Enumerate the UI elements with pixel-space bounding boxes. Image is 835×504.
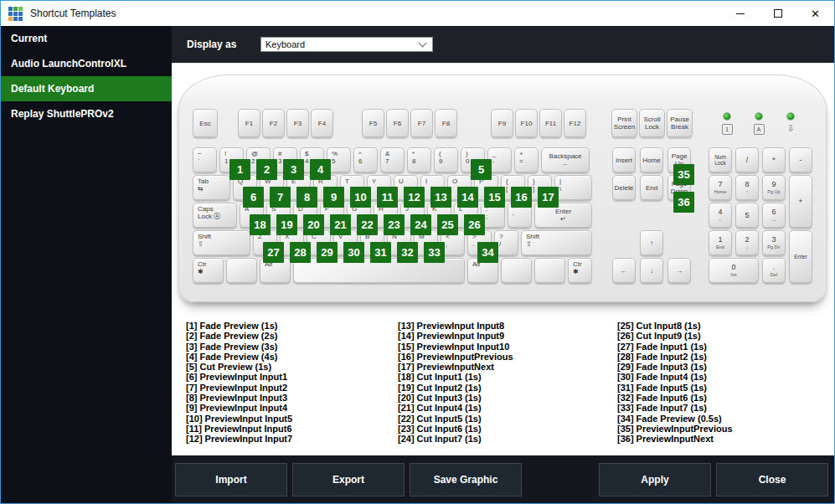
close-button[interactable]: ✕ xyxy=(796,1,834,26)
key-6[interactable]: ^6 xyxy=(353,147,378,172)
shortcut-badge-12: 12 xyxy=(404,187,425,208)
key-8[interactable]: 8↑ xyxy=(735,175,759,200)
key-label: F11 xyxy=(545,120,556,127)
key-f2[interactable]: F2 xyxy=(262,109,285,137)
key-caps-lock[interactable]: CapsLock Ⓐ xyxy=(193,203,237,228)
key-blank[interactable]: / xyxy=(735,147,759,172)
key-label: * xyxy=(772,157,776,164)
shortcut-badge-15: 15 xyxy=(484,187,505,208)
function-key-row: EscF1F2F3F4F5F6F7F8F9F10F11F12PrintScree… xyxy=(193,109,693,137)
maximize-icon xyxy=(774,9,782,18)
key-arrow-up[interactable]: ↑ xyxy=(640,230,663,255)
key-blank[interactable]: + xyxy=(789,175,812,228)
led-symbol-icon: ⇩ xyxy=(786,124,794,133)
key-print-screen[interactable]: PrintScreen xyxy=(611,109,637,137)
sidebar-item-replay-shuttleprov2[interactable]: Replay ShuttlePROv2 xyxy=(1,101,172,126)
key-home[interactable]: Home xyxy=(640,147,663,172)
key-label: F9 xyxy=(498,120,506,127)
display-as-select[interactable]: Keyboard xyxy=(260,37,433,52)
export-button[interactable]: Export xyxy=(292,463,405,496)
key-arrow-left[interactable]: ← xyxy=(612,258,636,283)
key-label: F5 xyxy=(369,120,377,127)
sidebar-item-default-keyboard[interactable]: Default Keyboard xyxy=(1,76,172,101)
key-1[interactable]: !11 xyxy=(219,147,244,172)
import-button[interactable]: Import xyxy=(175,463,287,496)
key-scroll-lock[interactable]: ScrollLock xyxy=(639,109,665,137)
key-7[interactable]: 7Home xyxy=(709,175,732,200)
key-shift[interactable]: Shift⇧ xyxy=(193,230,250,255)
key-label: F7 xyxy=(418,120,425,127)
key-insert[interactable]: Insert xyxy=(612,147,636,172)
key-blank[interactable] xyxy=(226,258,257,283)
key-num-lock[interactable]: NumLock xyxy=(709,147,732,172)
key-shift[interactable]: Shift⇧ xyxy=(521,230,592,255)
key-f7[interactable]: F7 xyxy=(410,109,433,137)
apply-button[interactable]: Apply xyxy=(599,463,711,496)
legend-entry: [8] PreviewInput Input3 xyxy=(186,393,292,403)
key-enter[interactable]: Enter xyxy=(789,230,812,283)
titlebar: Shortcut Templates ✕ xyxy=(1,1,834,26)
shortcut-badge-11: 11 xyxy=(377,187,398,208)
legend-entry: [11] PreviewInput Input6 xyxy=(186,424,292,434)
key-blank[interactable] xyxy=(501,258,532,283)
key-f11[interactable]: F11 xyxy=(539,109,562,137)
key-end[interactable]: End xyxy=(640,175,663,200)
key-8[interactable]: *8 xyxy=(407,147,431,172)
key-f12[interactable]: F12 xyxy=(564,109,586,137)
key-f5[interactable]: F5 xyxy=(362,109,384,137)
key-blank[interactable] xyxy=(534,258,565,283)
key-f10[interactable]: F10 xyxy=(515,109,538,137)
sidebar-item-audio-launchcontrolxl[interactable]: Audio LaunchControlXL xyxy=(1,51,172,76)
key-arrow-right[interactable]: → xyxy=(667,258,691,283)
key-2[interactable]: 2↓ xyxy=(735,230,759,255)
key-blank[interactable]: - xyxy=(789,147,812,172)
key-9[interactable]: (9 xyxy=(434,147,458,172)
key-4[interactable]: 4← xyxy=(709,203,732,228)
key-blank[interactable]: * xyxy=(762,147,786,172)
key-5[interactable]: 5 xyxy=(735,203,759,228)
key-backspace[interactable]: Backspace← xyxy=(541,147,590,172)
display-as-value: Keyboard xyxy=(265,39,420,49)
display-as-label: Display as xyxy=(187,39,236,50)
key-delete[interactable]: Delete xyxy=(612,175,636,200)
key-blank[interactable]: += xyxy=(514,147,539,172)
key-9[interactable]: 9Pg Up xyxy=(762,175,786,200)
key-3[interactable]: 3Pg Dn xyxy=(762,230,786,255)
key-blank[interactable]: .Del xyxy=(762,258,786,283)
legend-entry: [4] Fade Preview (4s) xyxy=(186,352,292,362)
key-1[interactable]: 1End xyxy=(709,230,732,255)
key-f6[interactable]: F6 xyxy=(386,109,409,137)
key-blank[interactable]: ~` xyxy=(193,147,217,172)
key-blank[interactable]: |\ xyxy=(554,175,592,200)
fn-group-1: F1F2F3F4 xyxy=(238,109,333,137)
key-f9[interactable]: F9 xyxy=(491,109,513,137)
key-esc[interactable]: Esc xyxy=(193,109,218,137)
key-f3[interactable]: F3 xyxy=(286,109,309,137)
minimize-button[interactable] xyxy=(721,1,759,26)
key-page-up[interactable]: PageUp35 xyxy=(667,147,691,172)
key-ctr[interactable]: Ctr✱ xyxy=(193,258,224,283)
key-7[interactable]: &7 xyxy=(380,147,405,172)
led-dot-icon xyxy=(786,112,795,121)
sidebar-item-current[interactable]: Current xyxy=(1,26,172,51)
save-graphic-button[interactable]: Save Graphic xyxy=(410,463,522,496)
key-arrow-down[interactable]: ↓ xyxy=(640,258,663,283)
key-pause-break[interactable]: PauseBreak xyxy=(667,109,693,137)
key-0[interactable]: )05 xyxy=(461,147,485,172)
fn-group-3: F9F10F11F12 xyxy=(491,109,586,137)
close-button[interactable]: Close xyxy=(716,463,828,496)
key-0[interactable]: 0Ins xyxy=(709,258,759,283)
key-6[interactable]: 6→ xyxy=(762,203,786,228)
key-f1[interactable]: F1 xyxy=(238,109,260,137)
key-label: / xyxy=(746,157,749,164)
key-ctr[interactable]: Ctr✱ xyxy=(568,258,592,283)
maximize-button[interactable] xyxy=(759,1,796,26)
key-f4[interactable]: F4 xyxy=(311,109,333,137)
shortcut-badge-9: 9 xyxy=(323,187,344,208)
legend-entry: [20] Cut Input3 (1s) xyxy=(398,393,513,403)
key-tab[interactable]: Tab⇆ xyxy=(193,175,230,200)
keyboard-led-3: ⇩ xyxy=(786,112,796,135)
shortcut-badge-32: 32 xyxy=(397,242,418,263)
legend-entry: [21] Cut Input4 (1s) xyxy=(398,403,513,413)
key-f8[interactable]: F8 xyxy=(435,109,457,137)
